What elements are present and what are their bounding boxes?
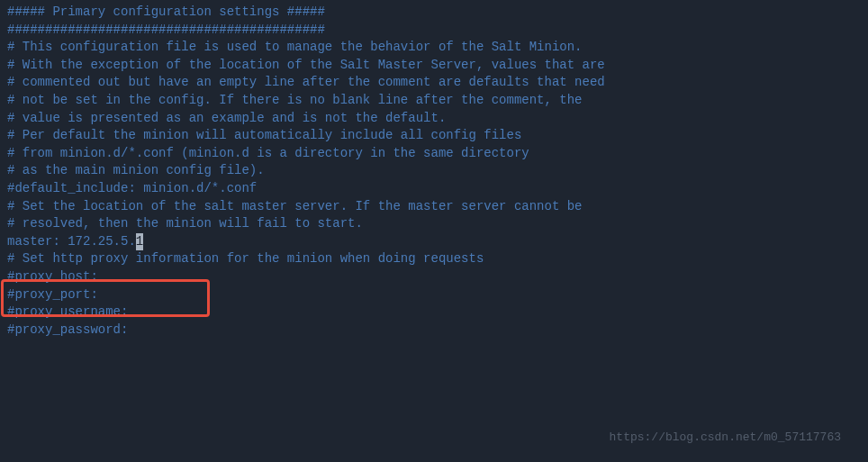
config-comment-line: # Set the location of the salt master se…: [7, 198, 861, 216]
config-comment-line: # commented out but have an empty line a…: [7, 74, 861, 92]
config-comment-line: ########################################…: [7, 22, 861, 40]
config-comment-line: # as the main minion config file).: [7, 162, 861, 180]
config-comment-line: ##### Primary configuration settings ###…: [7, 4, 861, 22]
config-comment-line: # from minion.d/*.conf (minion.d is a di…: [7, 145, 861, 163]
config-comment-line: # Set http proxy information for the min…: [7, 250, 861, 268]
config-comment-line: # Per default the minion will automatica…: [7, 127, 861, 145]
editor-cursor: 1: [136, 233, 143, 251]
config-comment-line: # resolved, then the minion will fail to…: [7, 215, 861, 233]
config-comment-line: # not be set in the config. If there is …: [7, 92, 861, 110]
config-comment-line: #proxy_host:: [7, 268, 861, 286]
config-comment-line: # value is presented as an example and i…: [7, 110, 861, 128]
watermark-text: https://blog.csdn.net/m0_57117763: [610, 430, 841, 446]
config-comment-line: # This configuration file is used to man…: [7, 39, 861, 57]
master-value-prefix: master: 172.25.5.: [7, 234, 136, 249]
config-comment-line: #proxy_username:: [7, 303, 861, 322]
config-comment-line: # With the exception of the location of …: [7, 57, 861, 75]
master-config-line[interactable]: master: 172.25.5.1: [7, 233, 861, 251]
config-comment-line: #proxy_port:: [7, 286, 861, 304]
config-comment-line: #proxy_password:: [7, 322, 861, 340]
config-comment-line: #default_include: minion.d/*.conf: [7, 180, 861, 198]
